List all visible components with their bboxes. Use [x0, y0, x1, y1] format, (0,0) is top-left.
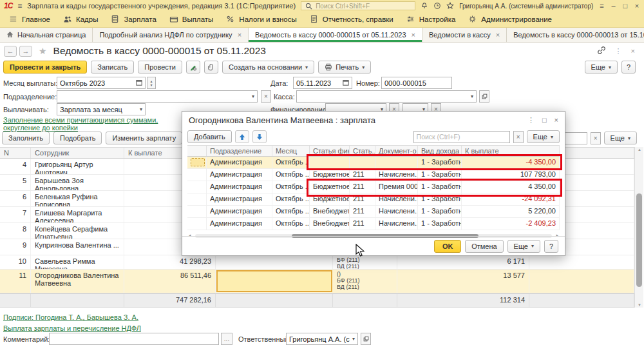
salary-line-row[interactable]: Администрация Октябрь ... Бюджетное ... …	[187, 181, 560, 193]
add-row-button[interactable]: Добавить	[187, 130, 232, 143]
salary-line-row[interactable]: Администрация Октябрь ... Бюджетное ... …	[187, 193, 560, 206]
row-selector-cell[interactable]	[187, 193, 207, 205]
cancel-button[interactable]: Отмена	[465, 240, 503, 253]
back-button[interactable]: ←	[4, 46, 17, 57]
editing-cell[interactable]	[216, 255, 333, 269]
dialog-footer-more-button[interactable]: Еще▾	[507, 240, 540, 253]
history-clock-icon[interactable]	[433, 1, 441, 10]
salary-line-row[interactable]: Администрация Октябрь ... Внебюджет... 2…	[187, 218, 560, 230]
pay-select[interactable]: Зарплата за месяц▾	[57, 103, 146, 115]
favorites-star-icon[interactable]	[446, 1, 454, 10]
salary-line-row[interactable]: Администрация Октябрь ... 1 - Заработная…	[187, 157, 560, 169]
cashbox-open-button[interactable]	[479, 90, 489, 103]
tab-ndfl-analysis[interactable]: Подробный анализ НДФЛ по сотруднику×	[93, 28, 249, 42]
dialog-search-input[interactable]	[413, 131, 510, 143]
cashbox-field[interactable]: ▾	[296, 90, 477, 103]
vertical-scrollbar[interactable]: ▲ ▼	[634, 147, 643, 308]
menu-item-settings[interactable]: Настройка	[402, 12, 465, 28]
date-field[interactable]: 05.11.2023	[293, 77, 352, 89]
responsible-field[interactable]: Григорьянц А.А. (системн ▾	[286, 333, 358, 345]
close-tab-icon[interactable]: ×	[412, 31, 415, 39]
create-based-on-button[interactable]: Создать на основании▾	[222, 61, 314, 74]
employee-row[interactable]: 10 Савельева Римма Михеевна 41 298,23 БФ…	[0, 255, 634, 270]
more-dots-icon[interactable]: ⋮	[615, 47, 622, 55]
salary-payment-link[interactable]: Выплата зарплаты и перечисление НДФЛ	[3, 324, 141, 332]
calendar-icon[interactable]	[136, 79, 142, 87]
pick-button[interactable]: Подобрать	[53, 132, 102, 144]
row-selector-cell[interactable]	[187, 181, 207, 193]
tab-statement-000015[interactable]: Ведомость в кассу 0000-000015 от 05.11.2…	[249, 28, 422, 42]
dropdown-icon[interactable]: ▾	[352, 336, 355, 342]
dialog-close-icon[interactable]: ×	[554, 116, 558, 124]
row-selector-cell[interactable]	[187, 169, 207, 181]
print-button[interactable]: Печать▾	[318, 61, 371, 74]
minimize-button[interactable]: –	[610, 2, 616, 10]
month-stepper[interactable]: ▴▾	[147, 77, 156, 89]
post-and-close-button[interactable]: Провести и закрыть	[3, 61, 87, 74]
more-button[interactable]: Еще▾	[585, 61, 618, 74]
dialog-more-dots-icon[interactable]: ⋮	[527, 116, 535, 124]
menu-item-payments[interactable]: Выплаты	[166, 12, 223, 28]
dropdown-icon[interactable]: ▾	[252, 94, 254, 99]
current-user[interactable]: Григорьянц А.А. (системный администратор…	[459, 3, 593, 10]
help-button[interactable]: ?	[621, 61, 636, 74]
row-selector-cell[interactable]	[187, 218, 207, 230]
change-salary-button[interactable]: Изменить зарплату	[106, 132, 182, 144]
tab-statement-000013[interactable]: Ведомость в кассу 0000-000013 от 15.10.2…	[507, 28, 644, 42]
department-clear-button[interactable]: ×	[261, 90, 271, 103]
salary-line-row[interactable]: Администрация Октябрь ... Внебюджет... 2…	[187, 206, 560, 218]
titlebar-settings-icon[interactable]: ≡	[598, 2, 605, 10]
global-search-field[interactable]	[316, 3, 412, 10]
menu-item-reports[interactable]: Отчетность, справки	[306, 12, 402, 28]
move-down-button[interactable]	[252, 130, 267, 143]
global-search-input[interactable]	[301, 1, 415, 10]
main-menu-icon[interactable]: ≡	[17, 1, 22, 10]
number-field[interactable]: 0000-000015	[381, 77, 452, 89]
row-selector-cell[interactable]	[187, 206, 207, 217]
forward-button[interactable]: →	[19, 46, 32, 57]
menu-item-taxes[interactable]: Налоги и взносы	[222, 12, 305, 28]
responsible-open-button[interactable]	[361, 333, 371, 345]
dropdown-icon[interactable]: ▾	[471, 94, 473, 99]
menu-item-salary[interactable]: Зарплата	[107, 12, 165, 28]
dropdown-icon[interactable]: ▾	[140, 106, 142, 112]
write-button[interactable]: Записать	[91, 61, 134, 74]
close-tab-icon[interactable]: ×	[496, 31, 500, 39]
scrollbar-thumb[interactable]	[636, 193, 642, 287]
signatures-link[interactable]: Подписи: Погодина Т. А., Барышева З. А.	[3, 313, 138, 321]
dialog-help-button[interactable]: ?	[544, 240, 558, 253]
tab-statements-list[interactable]: Ведомости в кассу×	[422, 28, 507, 42]
editing-cell[interactable]	[216, 270, 332, 292]
post-button[interactable]: Провести	[138, 61, 182, 74]
fill-button[interactable]: Заполнить	[2, 132, 50, 144]
comment-ellipsis-button[interactable]: ...	[221, 333, 232, 345]
menu-item-main[interactable]: Главное	[5, 12, 59, 28]
dialog-search-field[interactable]	[417, 133, 507, 141]
row-selector-cell[interactable]	[187, 157, 207, 168]
close-tab-icon[interactable]: ×	[238, 31, 242, 39]
dialog-maximize-icon[interactable]: □	[542, 116, 547, 124]
table-search-clear-button[interactable]: ×	[591, 132, 601, 144]
maximize-button[interactable]: □	[622, 2, 629, 10]
dialog-more-button[interactable]: Еще▾	[527, 130, 560, 143]
menu-item-administration[interactable]: Администрирование	[464, 12, 561, 28]
dialog-search-clear-button[interactable]: ×	[513, 131, 524, 143]
salary-line-row[interactable]: Администрация Октябрь ... Бюджетное ... …	[187, 169, 560, 181]
employee-row[interactable]: 11 Огородникова Валентина Матвеевна 86 5…	[0, 270, 634, 293]
move-up-button[interactable]	[235, 130, 249, 143]
close-document-icon[interactable]: ×	[631, 47, 635, 55]
calendar-icon[interactable]	[343, 79, 349, 87]
payout-month-field[interactable]: Октябрь 2023	[57, 77, 146, 89]
edit-pen-button[interactable]	[186, 61, 200, 74]
tab-home[interactable]: Начальная страница	[0, 28, 93, 42]
notifications-bell-icon[interactable]	[421, 1, 428, 10]
ok-button[interactable]: OK	[434, 240, 461, 253]
menu-item-hr[interactable]: Кадры	[59, 12, 107, 28]
fill-settings-link[interactable]: Заполнение всеми причитающимися суммами,…	[3, 116, 196, 132]
close-window-button[interactable]: ×	[634, 2, 640, 10]
comment-input[interactable]	[49, 333, 219, 345]
copy-link-icon[interactable]	[597, 46, 606, 56]
favorite-star-icon[interactable]: ★	[39, 46, 47, 56]
attachments-paperclip-button[interactable]	[204, 61, 218, 74]
department-field[interactable]: ▾	[57, 90, 258, 103]
